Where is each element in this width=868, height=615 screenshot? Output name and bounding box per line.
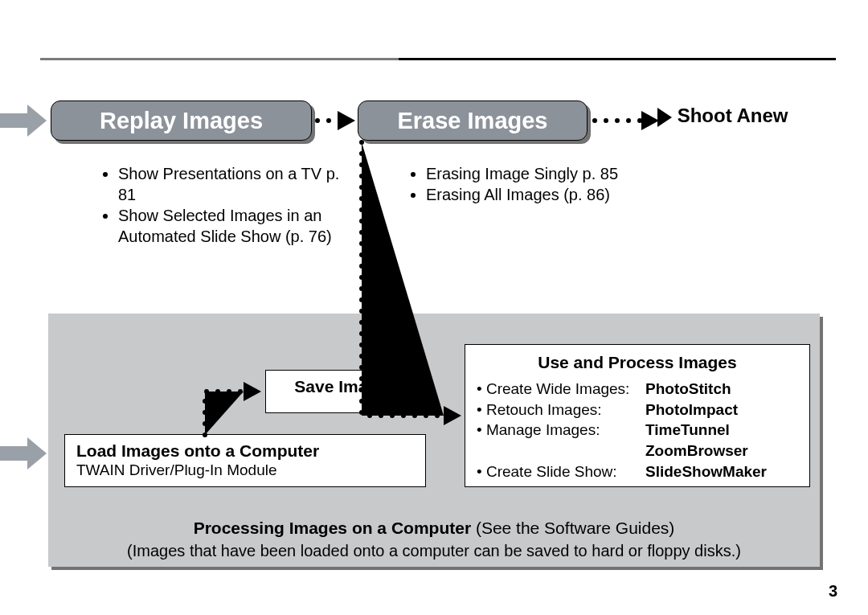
use-row: ZoomBrowser [477,441,798,461]
footer-bold: Processing Images on a Computer [194,519,471,537]
footer-line2: (Images that have been loaded onto a com… [48,542,820,560]
load-title: Load Images onto a Computer [76,441,414,461]
box-save-images: Save Images [265,370,426,413]
header-replay-images: Replay Images [51,100,312,141]
manual-page: Replay Images Erase Images Shoot Anew Sh… [0,0,868,615]
arrow-right-icon [657,108,672,127]
load-subtitle: TWAIN Driver/Plug-In Module [76,461,414,479]
use-label: Create Wide Images: [477,379,645,400]
use-title: Use and Process Images [477,353,798,372]
list-item: Show Selected Images in an Automated Sli… [118,205,350,247]
shoot-anew-text: Shoot Anew [678,105,788,126]
box-use-process: Use and Process Images Create Wide Image… [465,344,810,487]
use-value: TimeTunnel [645,420,798,441]
erase-bullets: Erasing Image Singly p. 85 Erasing All I… [376,163,641,205]
replay-bullets: Show Presentations on a TV p. 81 Show Se… [68,163,350,247]
use-label: Create Slide Show: [477,461,645,482]
use-grid: Create Wide Images:PhotoStitch Retouch I… [477,379,798,482]
use-label: Retouch Images: [477,400,645,420]
list-item: Erasing Image Singly p. 85 [426,163,641,184]
list-item: Show Presentations on a TV p. 81 [118,163,350,205]
use-row: Create Wide Images:PhotoStitch [477,379,798,400]
lead-arrow-upper [0,105,47,137]
use-value: PhotoImpact [645,400,798,420]
save-title: Save Images [277,377,414,396]
page-number: 3 [829,582,837,601]
use-value: ZoomBrowser [645,441,798,461]
header-erase-images: Erase Images [358,100,588,141]
list-item: Erasing All Images (p. 86) [426,184,641,205]
footer-line1: Processing Images on a Computer (See the… [48,519,820,538]
svg-marker-0 [338,111,355,130]
use-value: PhotoStitch [645,379,798,400]
box-load-images: Load Images onto a Computer TWAIN Driver… [64,434,426,487]
lead-arrow-lower [0,437,47,469]
use-row: Create Slide Show:SlideShowMaker [477,461,798,482]
footer-rest: (See the Software Guides) [471,519,674,537]
top-rule [40,58,836,60]
svg-marker-1 [641,111,659,130]
use-row: Retouch Images:PhotoImpact [477,400,798,420]
use-row: Manage Images:TimeTunnel [477,420,798,441]
shoot-anew-label: Shoot Anew [657,105,788,127]
use-value: SlideShowMaker [645,461,798,482]
use-label: Manage Images: [477,420,645,441]
